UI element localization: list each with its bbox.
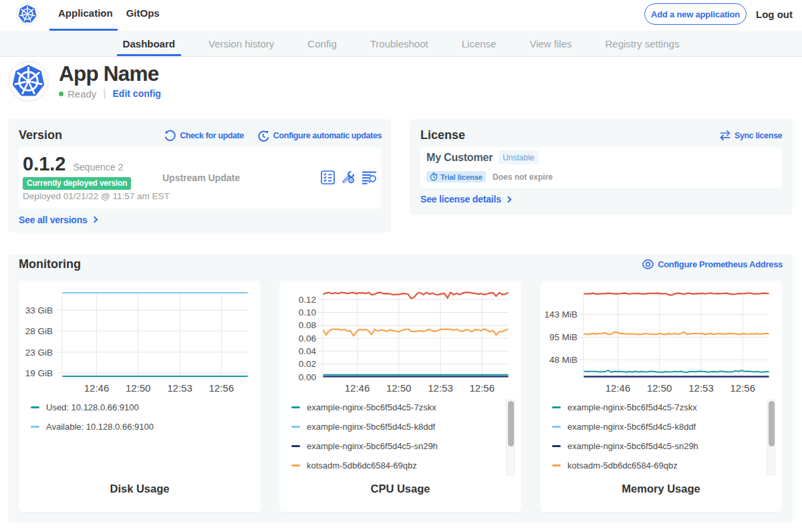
svg-text:0.06: 0.06 — [299, 334, 316, 344]
svg-text:12:46: 12:46 — [84, 382, 110, 394]
svg-text:28 GiB: 28 GiB — [25, 326, 53, 336]
svg-text:0.10: 0.10 — [299, 307, 316, 317]
svg-text:12:53: 12:53 — [167, 382, 192, 394]
svg-text:0.02: 0.02 — [299, 359, 316, 369]
svg-text:0.12: 0.12 — [299, 295, 316, 305]
svg-text:143 MiB: 143 MiB — [544, 309, 577, 319]
svg-text:0.08: 0.08 — [299, 320, 316, 330]
svg-text:0.00: 0.00 — [299, 372, 316, 382]
svg-text:12:50: 12:50 — [647, 382, 672, 394]
svg-text:12:53: 12:53 — [688, 382, 714, 394]
svg-text:12:50: 12:50 — [126, 382, 151, 394]
svg-text:12:46: 12:46 — [345, 382, 370, 394]
svg-text:23 GiB: 23 GiB — [25, 348, 53, 358]
svg-text:48 MiB: 48 MiB — [549, 355, 577, 365]
svg-text:12:56: 12:56 — [730, 382, 756, 394]
svg-text:12:53: 12:53 — [428, 382, 453, 394]
svg-text:0.04: 0.04 — [299, 346, 317, 356]
svg-text:12:46: 12:46 — [606, 382, 631, 394]
svg-text:12:50: 12:50 — [386, 382, 412, 394]
svg-text:33 GiB: 33 GiB — [25, 305, 53, 315]
svg-text:95 MiB: 95 MiB — [549, 332, 577, 342]
svg-text:12:56: 12:56 — [209, 382, 235, 394]
svg-text:12:56: 12:56 — [470, 382, 495, 394]
svg-text:19 GiB: 19 GiB — [25, 368, 53, 378]
